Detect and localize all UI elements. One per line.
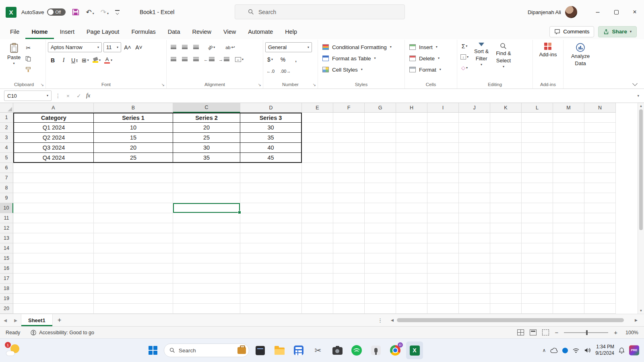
cell-N1[interactable] [584, 113, 616, 123]
taskbar-file-explorer[interactable] [271, 341, 288, 359]
horizontal-scrollbar[interactable] [396, 318, 632, 323]
cell-B10[interactable] [94, 203, 173, 213]
onedrive-icon[interactable] [550, 348, 558, 353]
cell-M1[interactable] [553, 113, 584, 123]
cell-F13[interactable] [333, 233, 365, 243]
close-button[interactable]: × [625, 0, 644, 24]
cell-I10[interactable] [427, 203, 459, 213]
tab-page-layout[interactable]: Page Layout [80, 24, 125, 39]
cell-E20[interactable] [302, 304, 333, 314]
cell-C11[interactable] [173, 213, 240, 223]
cell-A11[interactable] [13, 213, 94, 223]
cell-F8[interactable] [333, 183, 365, 193]
notifications-bell-icon[interactable] [619, 347, 625, 354]
cell-A6[interactable] [13, 163, 94, 173]
cell-M15[interactable] [553, 253, 584, 263]
cell-L17[interactable] [522, 274, 553, 284]
cell-B4[interactable]: 20 [94, 143, 173, 153]
select-all-button[interactable] [0, 103, 13, 113]
tab-review[interactable]: Review [186, 24, 217, 39]
addins-button[interactable]: Add-ins [536, 41, 559, 59]
row-header-13[interactable]: 13 [0, 233, 13, 243]
cell-K20[interactable] [490, 304, 522, 314]
cell-A4[interactable]: Q3 2024 [13, 143, 94, 153]
paste-button[interactable]: Paste ▾ [4, 41, 23, 66]
cell-H8[interactable] [396, 183, 427, 193]
cell-G18[interactable] [365, 284, 396, 294]
cell-D13[interactable] [240, 233, 302, 243]
cell-F3[interactable] [333, 133, 365, 143]
cell-E18[interactable] [302, 284, 333, 294]
user-avatar[interactable] [565, 6, 577, 18]
cell-I12[interactable] [427, 223, 459, 233]
cell-J16[interactable] [459, 263, 490, 274]
row-header-3[interactable]: 3 [0, 133, 13, 143]
cell-M11[interactable] [553, 213, 584, 223]
sheet-tab-sheet1[interactable]: Sheet1 [21, 314, 53, 326]
cell-F19[interactable] [333, 294, 365, 304]
page-break-preview-button[interactable] [542, 329, 549, 335]
column-header-M[interactable]: M [553, 103, 584, 113]
cell-C19[interactable] [173, 294, 240, 304]
scroll-left-icon[interactable]: ◀ [391, 318, 394, 322]
row-header-5[interactable]: 5 [0, 153, 13, 163]
normal-view-button[interactable] [517, 329, 524, 335]
cell-M17[interactable] [553, 274, 584, 284]
cell-L14[interactable] [522, 243, 553, 253]
cell-F1[interactable] [333, 113, 365, 123]
cell-E5[interactable] [302, 153, 333, 163]
cell-K14[interactable] [490, 243, 522, 253]
cell-H19[interactable] [396, 294, 427, 304]
cell-E9[interactable] [302, 193, 333, 203]
cell-F15[interactable] [333, 253, 365, 263]
vertical-scroll-thumb[interactable] [639, 109, 643, 230]
row-header-19[interactable]: 19 [0, 294, 13, 304]
decrease-font-size-button[interactable]: A˅ [134, 43, 144, 52]
cell-J19[interactable] [459, 294, 490, 304]
cell-M9[interactable] [553, 193, 584, 203]
cell-I2[interactable] [427, 123, 459, 133]
cell-N17[interactable] [584, 274, 616, 284]
cell-K11[interactable] [490, 213, 522, 223]
row-header-6[interactable]: 6 [0, 163, 13, 173]
cell-D4[interactable]: 40 [240, 143, 302, 153]
cell-D10[interactable] [240, 203, 302, 213]
cell-N16[interactable] [584, 263, 616, 274]
cell-E15[interactable] [302, 253, 333, 263]
cell-K12[interactable] [490, 223, 522, 233]
cell-F14[interactable] [333, 243, 365, 253]
confirm-entry-button[interactable]: ✓ [75, 93, 83, 99]
scroll-right-icon[interactable]: ▶ [635, 318, 638, 322]
sheet-options-icon[interactable]: ⋮ [378, 317, 383, 323]
cell-F7[interactable] [333, 173, 365, 183]
cell-D1[interactable]: Series 3 [240, 113, 302, 123]
cell-A10[interactable] [13, 203, 94, 213]
percent-style-button[interactable]: % [278, 55, 288, 64]
tab-view[interactable]: View [217, 24, 242, 39]
cell-I8[interactable] [427, 183, 459, 193]
cell-H15[interactable] [396, 253, 427, 263]
decrease-decimal-button[interactable]: .00→ [279, 66, 292, 76]
number-format-combobox[interactable]: General ▾ [265, 42, 312, 52]
cell-K1[interactable] [490, 113, 522, 123]
cell-M12[interactable] [553, 223, 584, 233]
cell-N2[interactable] [584, 123, 616, 133]
cell-B7[interactable] [94, 173, 173, 183]
decrease-indent-button[interactable]: ← [202, 55, 216, 64]
cell-L1[interactable] [522, 113, 553, 123]
cell-J18[interactable] [459, 284, 490, 294]
cell-E6[interactable] [302, 163, 333, 173]
column-header-E[interactable]: E [302, 103, 333, 113]
wrap-text-button[interactable]: ab↩ [224, 43, 236, 52]
cell-N19[interactable] [584, 294, 616, 304]
cell-N5[interactable] [584, 153, 616, 163]
underline-button[interactable]: U▾ [70, 56, 79, 65]
cell-J15[interactable] [459, 253, 490, 263]
cell-H5[interactable] [396, 153, 427, 163]
cell-G4[interactable] [365, 143, 396, 153]
cell-A15[interactable] [13, 253, 94, 263]
accounting-format-button[interactable]: $▾ [265, 55, 275, 64]
cell-I7[interactable] [427, 173, 459, 183]
cell-L19[interactable] [522, 294, 553, 304]
taskbar-snipping-tool[interactable]: ✂ [310, 341, 326, 359]
